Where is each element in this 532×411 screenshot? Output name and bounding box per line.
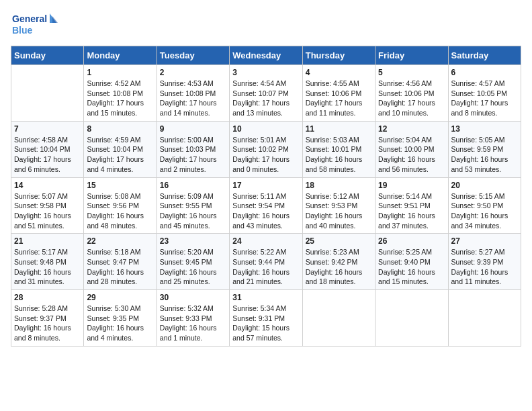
cell-content: Sunrise: 5:12 AM Sunset: 9:53 PM Dayligh… xyxy=(306,191,372,231)
calendar-cell: 16Sunrise: 5:09 AM Sunset: 9:55 PM Dayli… xyxy=(157,177,229,234)
calendar-cell: 21Sunrise: 5:17 AM Sunset: 9:48 PM Dayli… xyxy=(11,234,84,290)
calendar-cell: 31Sunrise: 5:34 AM Sunset: 9:31 PM Dayli… xyxy=(230,290,302,347)
col-header-wednesday: Wednesday xyxy=(230,46,302,65)
day-number: 24 xyxy=(232,236,299,246)
cell-content: Sunrise: 5:27 AM Sunset: 9:39 PM Dayligh… xyxy=(451,247,518,287)
calendar-cell: 15Sunrise: 5:08 AM Sunset: 9:56 PM Dayli… xyxy=(84,177,157,234)
header-row: SundayMondayTuesdayWednesdayThursdayFrid… xyxy=(11,46,521,65)
calendar-cell xyxy=(11,65,84,122)
calendar-cell: 23Sunrise: 5:20 AM Sunset: 9:45 PM Dayli… xyxy=(157,234,229,290)
logo: General Blue xyxy=(11,11,58,40)
calendar-cell xyxy=(448,290,521,347)
calendar-cell: 12Sunrise: 5:04 AM Sunset: 10:00 PM Dayl… xyxy=(375,121,448,177)
calendar-cell: 17Sunrise: 5:11 AM Sunset: 9:54 PM Dayli… xyxy=(230,177,302,234)
day-number: 15 xyxy=(87,181,153,190)
calendar-cell: 2Sunrise: 4:53 AM Sunset: 10:08 PM Dayli… xyxy=(157,65,229,122)
cell-content: Sunrise: 5:20 AM Sunset: 9:45 PM Dayligh… xyxy=(160,247,226,287)
calendar-cell xyxy=(302,290,375,347)
calendar-cell: 28Sunrise: 5:28 AM Sunset: 9:37 PM Dayli… xyxy=(11,290,84,347)
day-number: 26 xyxy=(378,236,445,246)
cell-content: Sunrise: 5:32 AM Sunset: 9:33 PM Dayligh… xyxy=(160,304,226,343)
col-header-thursday: Thursday xyxy=(302,46,375,65)
cell-content: Sunrise: 4:55 AM Sunset: 10:06 PM Daylig… xyxy=(306,79,372,118)
cell-content: Sunrise: 4:58 AM Sunset: 10:04 PM Daylig… xyxy=(14,135,81,175)
calendar-cell: 20Sunrise: 5:15 AM Sunset: 9:50 PM Dayli… xyxy=(448,177,521,234)
calendar-cell: 27Sunrise: 5:27 AM Sunset: 9:39 PM Dayli… xyxy=(448,234,521,290)
logo-svg: General Blue xyxy=(11,11,58,40)
calendar-week-3: 14Sunrise: 5:07 AM Sunset: 9:58 PM Dayli… xyxy=(11,177,521,234)
day-number: 8 xyxy=(87,124,153,134)
col-header-sunday: Sunday xyxy=(11,46,84,65)
calendar-body: 1Sunrise: 4:52 AM Sunset: 10:08 PM Dayli… xyxy=(11,65,521,347)
cell-content: Sunrise: 5:30 AM Sunset: 9:35 PM Dayligh… xyxy=(87,304,153,343)
cell-content: Sunrise: 5:17 AM Sunset: 9:48 PM Dayligh… xyxy=(14,247,81,287)
calendar-cell: 18Sunrise: 5:12 AM Sunset: 9:53 PM Dayli… xyxy=(302,177,375,234)
day-number: 12 xyxy=(378,124,445,134)
calendar-week-5: 28Sunrise: 5:28 AM Sunset: 9:37 PM Dayli… xyxy=(11,290,521,347)
day-number: 13 xyxy=(451,124,518,134)
calendar-cell: 26Sunrise: 5:25 AM Sunset: 9:40 PM Dayli… xyxy=(375,234,448,290)
calendar-week-4: 21Sunrise: 5:17 AM Sunset: 9:48 PM Dayli… xyxy=(11,234,521,290)
day-number: 22 xyxy=(87,236,153,246)
cell-content: Sunrise: 5:09 AM Sunset: 9:55 PM Dayligh… xyxy=(160,191,226,231)
cell-content: Sunrise: 4:59 AM Sunset: 10:04 PM Daylig… xyxy=(87,135,153,175)
calendar-cell: 13Sunrise: 5:05 AM Sunset: 9:59 PM Dayli… xyxy=(448,121,521,177)
day-number: 29 xyxy=(87,293,153,302)
calendar-cell: 7Sunrise: 4:58 AM Sunset: 10:04 PM Dayli… xyxy=(11,121,84,177)
calendar-cell: 10Sunrise: 5:01 AM Sunset: 10:02 PM Dayl… xyxy=(230,121,302,177)
calendar-cell xyxy=(375,290,448,347)
day-number: 6 xyxy=(451,68,518,77)
day-number: 30 xyxy=(160,293,226,302)
col-header-monday: Monday xyxy=(84,46,157,65)
day-number: 20 xyxy=(451,181,518,190)
cell-content: Sunrise: 5:01 AM Sunset: 10:02 PM Daylig… xyxy=(232,135,299,175)
day-number: 4 xyxy=(306,68,372,77)
day-number: 17 xyxy=(232,181,299,190)
day-number: 3 xyxy=(232,68,299,77)
col-header-friday: Friday xyxy=(375,46,448,65)
calendar-cell: 19Sunrise: 5:14 AM Sunset: 9:51 PM Dayli… xyxy=(375,177,448,234)
day-number: 25 xyxy=(306,236,372,246)
cell-content: Sunrise: 4:53 AM Sunset: 10:08 PM Daylig… xyxy=(160,79,226,118)
calendar-week-1: 1Sunrise: 4:52 AM Sunset: 10:08 PM Dayli… xyxy=(11,65,521,122)
svg-text:General: General xyxy=(12,13,47,24)
cell-content: Sunrise: 5:11 AM Sunset: 9:54 PM Dayligh… xyxy=(232,191,299,231)
cell-content: Sunrise: 5:18 AM Sunset: 9:47 PM Dayligh… xyxy=(87,247,153,287)
cell-content: Sunrise: 5:05 AM Sunset: 9:59 PM Dayligh… xyxy=(451,135,518,175)
day-number: 18 xyxy=(306,181,372,190)
svg-text:Blue: Blue xyxy=(12,25,33,36)
calendar-cell: 4Sunrise: 4:55 AM Sunset: 10:06 PM Dayli… xyxy=(302,65,375,122)
cell-content: Sunrise: 4:54 AM Sunset: 10:07 PM Daylig… xyxy=(232,79,299,118)
calendar-cell: 24Sunrise: 5:22 AM Sunset: 9:44 PM Dayli… xyxy=(230,234,302,290)
day-number: 21 xyxy=(14,236,81,246)
calendar-header: SundayMondayTuesdayWednesdayThursdayFrid… xyxy=(11,46,521,65)
calendar-table: SundayMondayTuesdayWednesdayThursdayFrid… xyxy=(11,46,521,347)
day-number: 28 xyxy=(14,293,81,302)
day-number: 23 xyxy=(160,236,226,246)
day-number: 16 xyxy=(160,181,226,190)
day-number: 9 xyxy=(160,124,226,134)
svg-marker-4 xyxy=(52,16,58,23)
calendar-cell: 5Sunrise: 4:56 AM Sunset: 10:06 PM Dayli… xyxy=(375,65,448,122)
cell-content: Sunrise: 5:15 AM Sunset: 9:50 PM Dayligh… xyxy=(451,191,518,231)
calendar-cell: 9Sunrise: 5:00 AM Sunset: 10:03 PM Dayli… xyxy=(157,121,229,177)
calendar-week-2: 7Sunrise: 4:58 AM Sunset: 10:04 PM Dayli… xyxy=(11,121,521,177)
cell-content: Sunrise: 4:56 AM Sunset: 10:06 PM Daylig… xyxy=(378,79,445,118)
cell-content: Sunrise: 4:52 AM Sunset: 10:08 PM Daylig… xyxy=(87,79,153,118)
day-number: 5 xyxy=(378,68,445,77)
page-header: General Blue xyxy=(11,11,521,40)
cell-content: Sunrise: 5:07 AM Sunset: 9:58 PM Dayligh… xyxy=(14,191,81,231)
calendar-cell: 29Sunrise: 5:30 AM Sunset: 9:35 PM Dayli… xyxy=(84,290,157,347)
day-number: 14 xyxy=(14,181,81,190)
cell-content: Sunrise: 5:04 AM Sunset: 10:00 PM Daylig… xyxy=(378,135,445,175)
col-header-tuesday: Tuesday xyxy=(157,46,229,65)
day-number: 1 xyxy=(87,68,153,77)
cell-content: Sunrise: 4:57 AM Sunset: 10:05 PM Daylig… xyxy=(451,79,518,118)
day-number: 7 xyxy=(14,124,81,134)
day-number: 11 xyxy=(306,124,372,134)
calendar-cell: 8Sunrise: 4:59 AM Sunset: 10:04 PM Dayli… xyxy=(84,121,157,177)
cell-content: Sunrise: 5:03 AM Sunset: 10:01 PM Daylig… xyxy=(306,135,372,175)
day-number: 31 xyxy=(232,293,299,302)
cell-content: Sunrise: 5:34 AM Sunset: 9:31 PM Dayligh… xyxy=(232,304,299,343)
cell-content: Sunrise: 5:23 AM Sunset: 9:42 PM Dayligh… xyxy=(306,247,372,287)
